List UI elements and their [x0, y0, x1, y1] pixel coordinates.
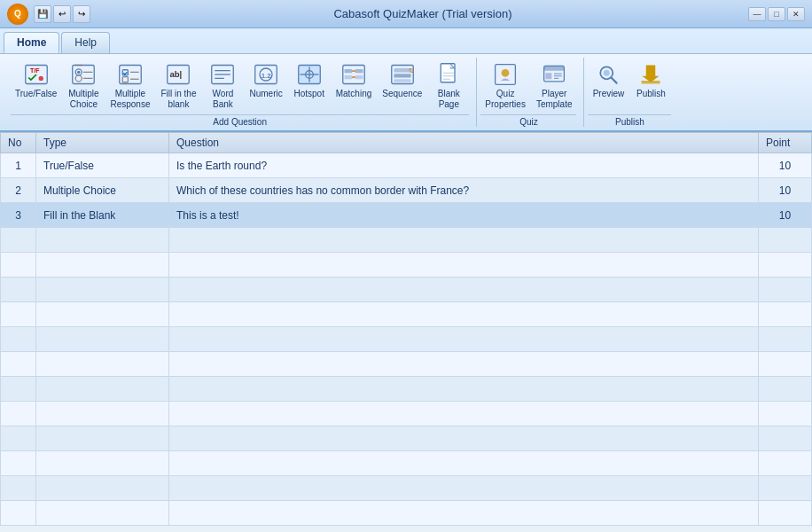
cell-question: This is a test! [169, 203, 759, 228]
table-row-empty [1, 426, 812, 451]
redo-tool[interactable]: ↪ [73, 5, 90, 23]
title-bar: Q 💾 ↩ ↪ Cabasoft QuizMaker (Trial versio… [0, 0, 812, 28]
numeric-button[interactable]: 1.2 Numeric [245, 58, 286, 102]
svg-rect-3 [73, 66, 95, 84]
true-false-label: True/False [15, 89, 57, 99]
table-row-empty [1, 451, 812, 476]
cell-no: 3 [1, 203, 36, 228]
add-question-buttons: T/F True/False [11, 58, 469, 113]
svg-point-53 [604, 70, 610, 76]
publish-icon [636, 60, 665, 89]
add-question-group-label: Add Question [11, 114, 469, 127]
quiz-properties-button[interactable]: Quiz Properties [480, 58, 530, 113]
multiple-choice-icon: TDE [69, 60, 98, 89]
svg-rect-31 [344, 75, 352, 79]
quiz-buttons: Quiz Properties Player Template [480, 58, 576, 113]
preview-label: Preview [593, 89, 625, 99]
sequence-icon: ⇅ [388, 60, 417, 89]
numeric-label: Numeric [249, 89, 282, 99]
window-title: Cabasoft QuizMaker (Trial version) [98, 7, 748, 20]
word-bank-icon [208, 60, 237, 89]
table-row-empty [1, 278, 812, 302]
main-area: No Type Question Point 1 True/False Is t… [0, 132, 812, 532]
table-row-empty [1, 228, 812, 253]
svg-point-45 [502, 69, 510, 77]
header-type: Type [36, 133, 169, 153]
quiz-table: No Type Question Point 1 True/False Is t… [0, 132, 812, 526]
svg-rect-30 [355, 69, 363, 73]
word-bank-button[interactable]: Word Bank [202, 58, 243, 113]
player-template-icon [540, 60, 568, 89]
matching-button[interactable]: Matching [332, 58, 377, 102]
svg-text:TDE: TDE [75, 63, 83, 67]
publish-button[interactable]: Publish [630, 58, 671, 102]
quiz-properties-label: Quiz Properties [485, 89, 526, 110]
window-controls: — □ ✕ [748, 7, 805, 21]
close-button[interactable]: ✕ [787, 7, 805, 21]
preview-button[interactable]: Preview [588, 58, 629, 102]
table-row[interactable]: 2 Multiple Choice Which of these countri… [1, 178, 812, 203]
hotspot-icon [295, 60, 324, 89]
cell-point: 10 [759, 153, 812, 178]
multiple-response-button[interactable]: Multiple Response [105, 58, 154, 113]
svg-rect-28 [343, 66, 365, 84]
publish-label: Publish [636, 89, 666, 99]
cell-no: 2 [1, 178, 36, 203]
true-false-icon: T/F [22, 60, 51, 89]
svg-point-5 [77, 71, 81, 74]
tab-home[interactable]: Home [4, 32, 59, 53]
fill-in-blank-label: Fill in the blank [160, 89, 196, 110]
cell-type: True/False [36, 153, 169, 178]
svg-rect-32 [355, 75, 363, 79]
maximize-button[interactable]: □ [768, 7, 785, 21]
svg-rect-47 [544, 66, 565, 70]
toolbar-tools: 💾 ↩ ↪ [34, 5, 90, 23]
table-row[interactable]: 3 Fill in the Blank This is a test! 10 [1, 203, 812, 228]
header-question: Question [169, 133, 759, 153]
undo-tool[interactable]: ↩ [53, 5, 71, 23]
svg-line-54 [612, 78, 617, 83]
tab-help[interactable]: Help [61, 32, 110, 53]
table-row-empty [1, 302, 812, 327]
save-tool[interactable]: 💾 [34, 5, 51, 23]
matching-label: Matching [336, 89, 372, 99]
cell-type: Multiple Choice [36, 178, 169, 203]
ribbon-group-publish: Preview Publish Publish [584, 58, 678, 127]
quiz-properties-icon [491, 60, 519, 89]
player-template-button[interactable]: Player Template [532, 58, 577, 113]
sequence-label: Sequence [382, 89, 422, 99]
minimize-button[interactable]: — [748, 7, 766, 21]
blank-page-button[interactable]: Blank Page [428, 58, 469, 113]
multiple-choice-label: Multiple Choice [68, 89, 98, 110]
hotspot-label: Hotspot [293, 89, 324, 99]
table-row-empty [1, 377, 812, 402]
fill-in-blank-button[interactable]: ab| Fill in the blank [156, 58, 200, 113]
table-row-empty [1, 327, 812, 352]
svg-rect-38 [394, 79, 410, 82]
true-false-button[interactable]: T/F True/False [11, 58, 61, 102]
header-no: No [1, 133, 36, 153]
multiple-response-icon [116, 60, 144, 89]
cell-point: 10 [759, 203, 812, 228]
multiple-choice-button[interactable]: TDE Multiple Choice [63, 58, 104, 113]
word-bank-label: Word Bank [213, 89, 234, 110]
table-row-empty [1, 253, 812, 278]
cell-no: 1 [1, 153, 36, 178]
table-row[interactable]: 1 True/False Is the Earth round? 10 [1, 153, 812, 178]
svg-rect-48 [546, 73, 552, 79]
preview-icon [594, 60, 622, 89]
cell-question: Is the Earth round? [169, 153, 759, 178]
table-row-empty [1, 352, 812, 377]
ribbon-group-add-question: T/F True/False [7, 58, 477, 127]
quiz-group-label: Quiz [480, 114, 576, 127]
svg-text:1.2: 1.2 [262, 72, 272, 80]
ribbon-tabs: Home Help [0, 28, 812, 53]
publish-group-label: Publish [588, 114, 671, 127]
numeric-icon: 1.2 [252, 60, 280, 89]
table-row-empty [1, 501, 812, 526]
svg-text:⇅: ⇅ [409, 67, 414, 74]
multiple-response-label: Multiple Response [110, 89, 150, 110]
hotspot-button[interactable]: Hotspot [289, 58, 330, 102]
sequence-button[interactable]: ⇅ Sequence [378, 58, 426, 102]
publish-buttons: Preview Publish [588, 58, 671, 113]
